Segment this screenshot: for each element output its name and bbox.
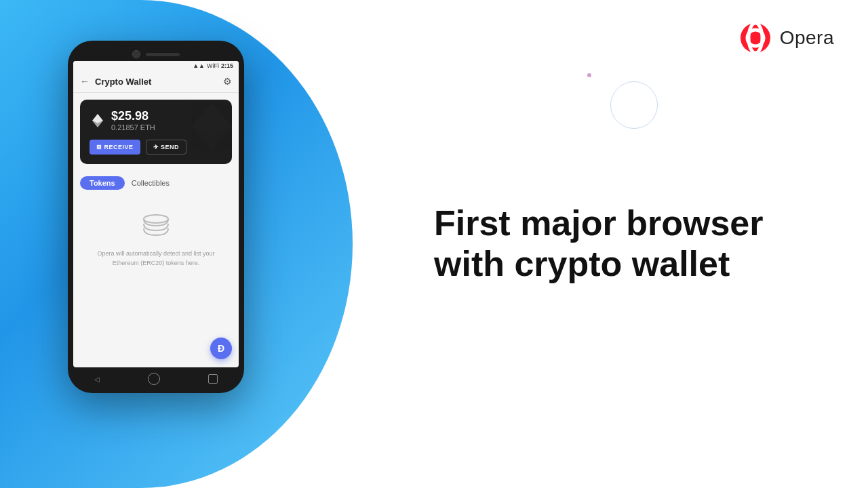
settings-button[interactable]: ⚙ [223, 76, 232, 87]
send-label: SEND [161, 144, 179, 150]
opera-icon [738, 20, 773, 56]
phone-camera [132, 50, 140, 58]
empty-description: Opera will automatically detect and list… [84, 249, 228, 268]
wifi-icon: WiFi [207, 62, 219, 69]
tab-collectibles[interactable]: Collectibles [132, 179, 170, 187]
phone-top [73, 50, 239, 58]
opera-name: Opera [780, 27, 834, 49]
eth-eth-value: 0.21857 ETH [111, 123, 155, 131]
eth-card: $25.98 0.21857 ETH ⊞ RECEIVE ✈ SEND [80, 100, 232, 164]
fab-button[interactable]: Đ [210, 338, 232, 359]
headline-line1: First major browser [434, 203, 763, 244]
app-title: Crypto Wallet [95, 77, 223, 87]
signal-icon: ▲▲ [193, 62, 205, 69]
opera-logo: Opera [738, 20, 834, 56]
send-icon: ✈ [153, 144, 159, 150]
headline-line2: with crypto wallet [434, 244, 763, 285]
phone-bottom-nav: ◁ [68, 370, 244, 388]
tab-tokens[interactable]: Tokens [80, 176, 125, 190]
nav-back-button[interactable]: ◁ [94, 375, 100, 383]
right-content: First major browser with crypto wallet [380, 0, 868, 488]
stack-icon [139, 209, 173, 243]
eth-amount-block: $25.98 0.21857 ETH [111, 109, 155, 131]
wallet-tabs: Tokens Collectibles [73, 171, 239, 195]
send-button[interactable]: ✈ SEND [146, 140, 187, 155]
phone-device: ▲▲ WiFi 2:15 ← Crypto Wallet ⚙ [68, 41, 244, 393]
phone-screen: ▲▲ WiFi 2:15 ← Crypto Wallet ⚙ [73, 61, 239, 367]
nav-recent-button[interactable] [208, 374, 218, 384]
status-time: 2:15 [221, 62, 233, 69]
receive-icon: ⊞ [96, 144, 102, 150]
receive-label: RECEIVE [104, 144, 134, 150]
receive-button[interactable]: ⊞ RECEIVE [90, 140, 140, 155]
phone-wrapper: ▲▲ WiFi 2:15 ← Crypto Wallet ⚙ [68, 41, 244, 393]
headline: First major browser with crypto wallet [434, 203, 763, 285]
eth-usd-value: $25.98 [111, 109, 155, 123]
eth-logo [90, 113, 106, 129]
eth-watermark [184, 100, 232, 164]
back-button[interactable]: ← [80, 76, 90, 87]
app-header: ← Crypto Wallet ⚙ [73, 70, 239, 93]
svg-point-2 [749, 23, 762, 53]
phone-speaker [146, 53, 180, 56]
empty-state: Opera will automatically detect and list… [73, 195, 239, 281]
nav-home-button[interactable] [148, 373, 160, 385]
svg-point-8 [144, 215, 168, 223]
status-bar: ▲▲ WiFi 2:15 [73, 61, 239, 70]
